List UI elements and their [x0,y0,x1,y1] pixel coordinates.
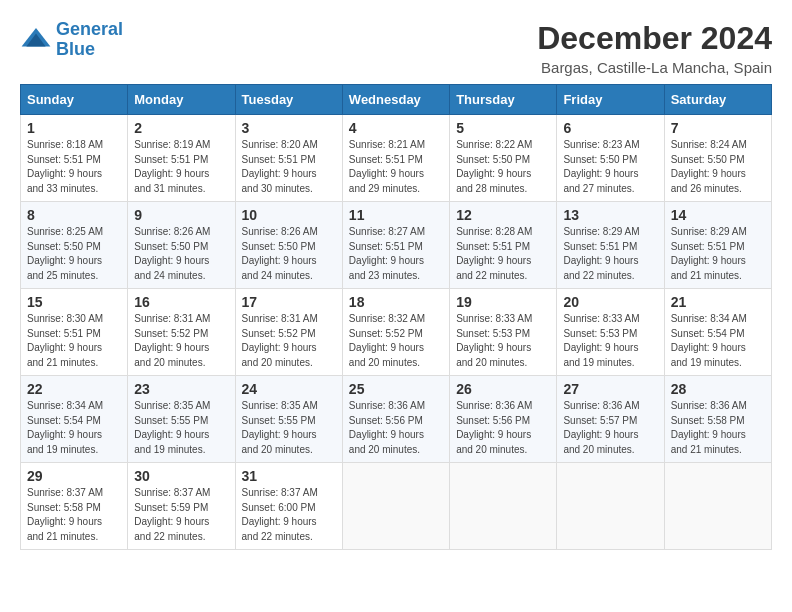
col-monday: Monday [128,85,235,115]
day-number: 22 [27,381,121,397]
day-number: 20 [563,294,657,310]
day-number: 26 [456,381,550,397]
day-info: Sunrise: 8:25 AM Sunset: 5:50 PM Dayligh… [27,225,121,283]
table-row: 25 Sunrise: 8:36 AM Sunset: 5:56 PM Dayl… [342,376,449,463]
table-row: 23 Sunrise: 8:35 AM Sunset: 5:55 PM Dayl… [128,376,235,463]
calendar-week-row: 22 Sunrise: 8:34 AM Sunset: 5:54 PM Dayl… [21,376,772,463]
logo: General Blue [20,20,123,60]
day-info: Sunrise: 8:22 AM Sunset: 5:50 PM Dayligh… [456,138,550,196]
day-info: Sunrise: 8:30 AM Sunset: 5:51 PM Dayligh… [27,312,121,370]
calendar-week-row: 1 Sunrise: 8:18 AM Sunset: 5:51 PM Dayli… [21,115,772,202]
table-row: 7 Sunrise: 8:24 AM Sunset: 5:50 PM Dayli… [664,115,771,202]
day-info: Sunrise: 8:23 AM Sunset: 5:50 PM Dayligh… [563,138,657,196]
logo-icon [20,24,52,56]
table-row: 5 Sunrise: 8:22 AM Sunset: 5:50 PM Dayli… [450,115,557,202]
day-info: Sunrise: 8:21 AM Sunset: 5:51 PM Dayligh… [349,138,443,196]
day-number: 15 [27,294,121,310]
header: General Blue December 2024 Bargas, Casti… [20,20,772,76]
table-row: 21 Sunrise: 8:34 AM Sunset: 5:54 PM Dayl… [664,289,771,376]
day-number: 2 [134,120,228,136]
calendar-table: Sunday Monday Tuesday Wednesday Thursday… [20,84,772,550]
day-info: Sunrise: 8:24 AM Sunset: 5:50 PM Dayligh… [671,138,765,196]
day-number: 21 [671,294,765,310]
day-info: Sunrise: 8:19 AM Sunset: 5:51 PM Dayligh… [134,138,228,196]
col-saturday: Saturday [664,85,771,115]
day-number: 30 [134,468,228,484]
day-number: 11 [349,207,443,223]
day-number: 12 [456,207,550,223]
day-number: 8 [27,207,121,223]
page-container: General Blue December 2024 Bargas, Casti… [20,20,772,550]
day-info: Sunrise: 8:36 AM Sunset: 5:57 PM Dayligh… [563,399,657,457]
calendar-week-row: 8 Sunrise: 8:25 AM Sunset: 5:50 PM Dayli… [21,202,772,289]
day-info: Sunrise: 8:37 AM Sunset: 6:00 PM Dayligh… [242,486,336,544]
table-row: 15 Sunrise: 8:30 AM Sunset: 5:51 PM Dayl… [21,289,128,376]
table-row: 28 Sunrise: 8:36 AM Sunset: 5:58 PM Dayl… [664,376,771,463]
table-row: 1 Sunrise: 8:18 AM Sunset: 5:51 PM Dayli… [21,115,128,202]
day-number: 4 [349,120,443,136]
table-row: 13 Sunrise: 8:29 AM Sunset: 5:51 PM Dayl… [557,202,664,289]
month-year-title: December 2024 [537,20,772,57]
day-info: Sunrise: 8:35 AM Sunset: 5:55 PM Dayligh… [242,399,336,457]
day-info: Sunrise: 8:31 AM Sunset: 5:52 PM Dayligh… [242,312,336,370]
day-info: Sunrise: 8:29 AM Sunset: 5:51 PM Dayligh… [671,225,765,283]
table-row: 11 Sunrise: 8:27 AM Sunset: 5:51 PM Dayl… [342,202,449,289]
table-row [557,463,664,550]
day-info: Sunrise: 8:37 AM Sunset: 5:58 PM Dayligh… [27,486,121,544]
day-info: Sunrise: 8:26 AM Sunset: 5:50 PM Dayligh… [134,225,228,283]
day-info: Sunrise: 8:36 AM Sunset: 5:56 PM Dayligh… [349,399,443,457]
table-row: 17 Sunrise: 8:31 AM Sunset: 5:52 PM Dayl… [235,289,342,376]
table-row: 27 Sunrise: 8:36 AM Sunset: 5:57 PM Dayl… [557,376,664,463]
calendar-header-row: Sunday Monday Tuesday Wednesday Thursday… [21,85,772,115]
table-row: 6 Sunrise: 8:23 AM Sunset: 5:50 PM Dayli… [557,115,664,202]
day-info: Sunrise: 8:29 AM Sunset: 5:51 PM Dayligh… [563,225,657,283]
day-info: Sunrise: 8:20 AM Sunset: 5:51 PM Dayligh… [242,138,336,196]
day-number: 7 [671,120,765,136]
day-number: 9 [134,207,228,223]
day-number: 18 [349,294,443,310]
table-row [664,463,771,550]
day-number: 23 [134,381,228,397]
day-number: 10 [242,207,336,223]
table-row: 22 Sunrise: 8:34 AM Sunset: 5:54 PM Dayl… [21,376,128,463]
day-info: Sunrise: 8:18 AM Sunset: 5:51 PM Dayligh… [27,138,121,196]
day-info: Sunrise: 8:33 AM Sunset: 5:53 PM Dayligh… [563,312,657,370]
table-row: 16 Sunrise: 8:31 AM Sunset: 5:52 PM Dayl… [128,289,235,376]
table-row: 10 Sunrise: 8:26 AM Sunset: 5:50 PM Dayl… [235,202,342,289]
day-info: Sunrise: 8:27 AM Sunset: 5:51 PM Dayligh… [349,225,443,283]
day-number: 28 [671,381,765,397]
day-info: Sunrise: 8:31 AM Sunset: 5:52 PM Dayligh… [134,312,228,370]
col-tuesday: Tuesday [235,85,342,115]
day-number: 13 [563,207,657,223]
logo-line2: Blue [56,39,95,59]
table-row: 14 Sunrise: 8:29 AM Sunset: 5:51 PM Dayl… [664,202,771,289]
table-row: 20 Sunrise: 8:33 AM Sunset: 5:53 PM Dayl… [557,289,664,376]
day-number: 27 [563,381,657,397]
day-number: 17 [242,294,336,310]
day-info: Sunrise: 8:34 AM Sunset: 5:54 PM Dayligh… [671,312,765,370]
table-row: 31 Sunrise: 8:37 AM Sunset: 6:00 PM Dayl… [235,463,342,550]
day-number: 31 [242,468,336,484]
col-wednesday: Wednesday [342,85,449,115]
day-number: 24 [242,381,336,397]
day-number: 1 [27,120,121,136]
table-row: 3 Sunrise: 8:20 AM Sunset: 5:51 PM Dayli… [235,115,342,202]
calendar-week-row: 15 Sunrise: 8:30 AM Sunset: 5:51 PM Dayl… [21,289,772,376]
table-row: 12 Sunrise: 8:28 AM Sunset: 5:51 PM Dayl… [450,202,557,289]
day-info: Sunrise: 8:36 AM Sunset: 5:58 PM Dayligh… [671,399,765,457]
table-row: 26 Sunrise: 8:36 AM Sunset: 5:56 PM Dayl… [450,376,557,463]
day-number: 29 [27,468,121,484]
day-number: 16 [134,294,228,310]
day-info: Sunrise: 8:36 AM Sunset: 5:56 PM Dayligh… [456,399,550,457]
day-info: Sunrise: 8:35 AM Sunset: 5:55 PM Dayligh… [134,399,228,457]
day-number: 6 [563,120,657,136]
table-row: 4 Sunrise: 8:21 AM Sunset: 5:51 PM Dayli… [342,115,449,202]
col-sunday: Sunday [21,85,128,115]
day-info: Sunrise: 8:32 AM Sunset: 5:52 PM Dayligh… [349,312,443,370]
day-info: Sunrise: 8:33 AM Sunset: 5:53 PM Dayligh… [456,312,550,370]
logo-line1: General [56,19,123,39]
col-thursday: Thursday [450,85,557,115]
table-row [450,463,557,550]
table-row: 24 Sunrise: 8:35 AM Sunset: 5:55 PM Dayl… [235,376,342,463]
day-info: Sunrise: 8:34 AM Sunset: 5:54 PM Dayligh… [27,399,121,457]
